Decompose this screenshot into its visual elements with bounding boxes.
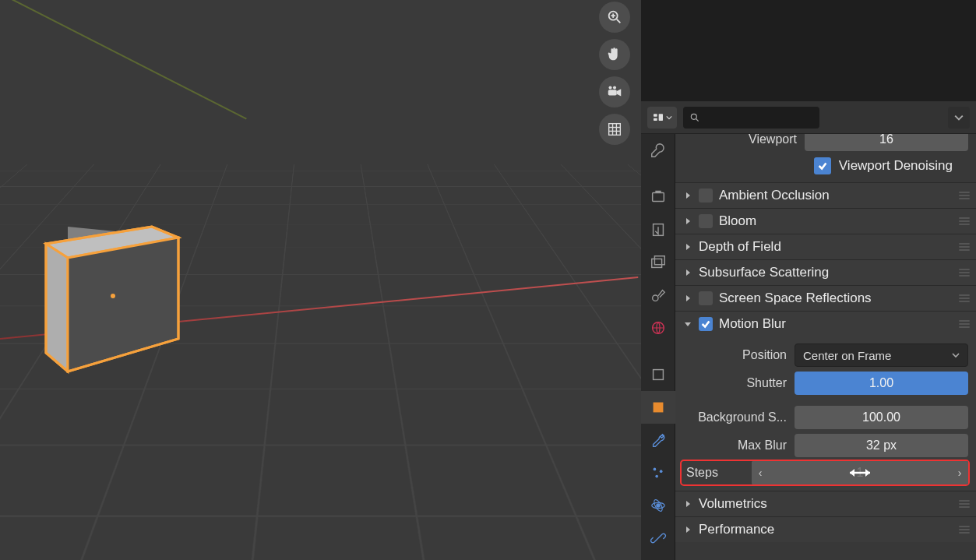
svg-point-6 (111, 294, 115, 298)
svg-rect-25 (653, 193, 664, 202)
label-steps: Steps (682, 466, 744, 480)
svg-point-34 (654, 468, 657, 471)
section-ambient-occlusion[interactable]: Ambient Occlusion (675, 183, 976, 208)
section-depth-of-field[interactable]: Depth of Field (675, 234, 976, 259)
steps-decrement[interactable]: ‹ (752, 461, 769, 484)
axis-y (0, 0, 247, 119)
steps-increment[interactable]: › (951, 461, 968, 484)
tab-output[interactable] (641, 213, 675, 246)
svg-point-13 (608, 86, 611, 89)
section-ssr[interactable]: Screen Space Reflections (675, 286, 976, 311)
drag-handle-icon[interactable] (959, 192, 970, 199)
svg-point-35 (660, 470, 663, 473)
search-input[interactable] (683, 107, 819, 129)
vertical-tabs (641, 134, 675, 560)
svg-rect-29 (654, 256, 664, 265)
chevron-down-icon (683, 319, 692, 329)
svg-point-37 (656, 503, 661, 508)
tab-modifiers[interactable] (641, 424, 675, 456)
bloom-checkbox[interactable] (699, 214, 713, 228)
svg-rect-28 (652, 259, 662, 267)
pan-icon[interactable] (599, 39, 630, 70)
viewport-3d[interactable] (0, 0, 641, 560)
viewport-samples-field[interactable]: 16 (805, 134, 968, 151)
steps-stepper[interactable]: ‹ 1 › (752, 461, 968, 484)
position-dropdown[interactable]: Center on Frame (795, 343, 968, 367)
label-max-blur: Max Blur (682, 438, 787, 453)
label-viewport-denoising: Viewport Denoising (839, 158, 953, 174)
svg-rect-20 (654, 114, 657, 116)
svg-marker-4 (68, 238, 178, 372)
chevron-right-icon (683, 499, 692, 509)
tab-viewlayer[interactable] (641, 246, 675, 279)
svg-marker-3 (46, 244, 68, 372)
tab-particles[interactable] (641, 456, 675, 489)
svg-line-24 (696, 118, 699, 121)
svg-rect-22 (659, 114, 663, 121)
tab-world[interactable] (641, 312, 675, 344)
section-performance[interactable]: Performance (675, 517, 976, 542)
drag-handle-icon[interactable] (959, 320, 970, 328)
tab-object-data[interactable] (641, 391, 675, 424)
section-bloom[interactable]: Bloom (675, 209, 976, 234)
svg-marker-41 (850, 469, 854, 477)
cube-object[interactable] (43, 222, 181, 376)
svg-rect-21 (654, 118, 657, 120)
label-shutter: Shutter (682, 376, 787, 390)
steps-value[interactable]: 1 (769, 466, 951, 480)
chevron-right-icon (683, 268, 692, 277)
viewport-denoising-checkbox[interactable] (814, 157, 831, 174)
drag-handle-icon[interactable] (959, 526, 970, 534)
properties-panel: Viewport 16 Viewport Denoising Ambient O… (641, 0, 976, 560)
shutter-field[interactable]: 1.00 (795, 372, 968, 395)
perspective-icon[interactable] (599, 114, 630, 145)
tab-object[interactable] (641, 358, 675, 391)
search-field[interactable] (705, 111, 813, 124)
drag-handle-icon[interactable] (959, 243, 970, 251)
chevron-right-icon (683, 191, 692, 200)
section-subsurface[interactable]: Subsurface Scattering (675, 260, 976, 285)
svg-rect-15 (609, 124, 621, 136)
svg-point-30 (653, 295, 658, 301)
ssr-checkbox[interactable] (699, 291, 713, 305)
svg-rect-33 (654, 403, 664, 413)
zoom-icon[interactable] (599, 2, 630, 33)
properties-header (641, 101, 976, 134)
chevron-right-icon (683, 242, 692, 252)
chevron-right-icon (683, 294, 692, 303)
drag-handle-icon[interactable] (959, 294, 970, 302)
tab-scene[interactable] (641, 279, 675, 312)
motion-blur-checkbox[interactable] (699, 317, 713, 331)
svg-point-36 (655, 475, 658, 478)
section-volumetrics[interactable]: Volumetrics (675, 491, 976, 516)
chevron-right-icon (683, 217, 692, 226)
options-dropdown[interactable] (948, 107, 970, 129)
label-bg-separation: Background S... (682, 410, 787, 424)
max-blur-field[interactable]: 32 px (795, 434, 968, 457)
svg-marker-12 (617, 89, 622, 96)
drag-handle-icon[interactable] (959, 500, 970, 508)
bg-separation-field[interactable]: 100.00 (795, 406, 968, 429)
display-mode-button[interactable] (647, 107, 677, 129)
svg-point-23 (691, 114, 696, 119)
svg-point-14 (613, 86, 616, 89)
render-properties: Viewport 16 Viewport Denoising Ambient O… (675, 134, 976, 560)
ambient-occlusion-checkbox[interactable] (699, 188, 713, 203)
svg-line-8 (617, 19, 621, 23)
svg-rect-32 (654, 370, 664, 380)
tab-constraints[interactable] (641, 522, 675, 555)
svg-marker-42 (865, 469, 870, 477)
top-header-region (641, 0, 976, 101)
chevron-right-icon (683, 525, 692, 534)
drag-handle-icon[interactable] (959, 269, 970, 276)
svg-rect-26 (655, 191, 661, 193)
tab-physics[interactable] (641, 489, 675, 522)
section-motion-blur[interactable]: Motion Blur (675, 312, 976, 336)
svg-rect-11 (608, 90, 617, 95)
tab-tool[interactable] (641, 134, 675, 167)
tab-render[interactable] (641, 181, 675, 213)
camera-view-icon[interactable] (599, 76, 630, 107)
drag-handle-icon[interactable] (959, 217, 970, 225)
label-position: Position (682, 348, 787, 362)
label-viewport-samples: Viewport (722, 134, 797, 146)
